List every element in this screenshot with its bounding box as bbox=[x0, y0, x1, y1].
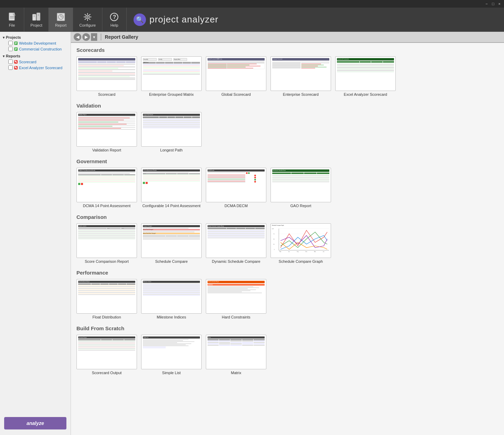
svg-text:50: 50 bbox=[273, 239, 275, 240]
title-bar: − □ × bbox=[0, 0, 504, 8]
close-button[interactable]: × bbox=[496, 2, 503, 6]
score-comparison-report-thumb: projects, projects project1 project2 bbox=[76, 223, 137, 258]
score-comparison-report-label: Score Comparison Report bbox=[85, 259, 129, 263]
enterprise-grouped-matrix-thumb: Group By: Sort By: Display Mode: CAM Nam… bbox=[141, 56, 202, 91]
schedule-compare-graph-thumb: Schedule Compare Graph bbox=[271, 223, 331, 258]
toolbar-configure[interactable]: Configure bbox=[73, 8, 102, 31]
toolbar-help-label: Help bbox=[110, 23, 118, 27]
project-commercial-checkbox[interactable] bbox=[8, 47, 13, 51]
project-website-link[interactable]: Website Development bbox=[19, 41, 56, 45]
float-distribution-label: Float Distribution bbox=[92, 315, 121, 319]
dcma-decm-label: DCMA DECM bbox=[224, 204, 248, 208]
scorecard-thumb bbox=[76, 56, 137, 91]
nav-prev-button[interactable]: ◀ bbox=[74, 33, 81, 41]
enterprise-grouped-matrix-label: Enterprise Grouped Matrix bbox=[149, 92, 194, 96]
svg-text:?: ? bbox=[113, 14, 116, 20]
section-scorecards-title: Scorecards bbox=[76, 47, 498, 53]
content-area: ◀ ▶ ▼ Report Gallery Scorecards bbox=[71, 32, 504, 435]
card-longest-path[interactable]: Longest Path Results bbox=[141, 112, 202, 152]
report-scorecard-link[interactable]: Scorecard bbox=[19, 60, 36, 64]
card-dcma-decm[interactable]: DCIM Results bbox=[206, 168, 266, 208]
dcma-14-point-label: DCMA 14 Point Assessment bbox=[83, 204, 131, 208]
projects-section: Projects P Website Development P Commerc… bbox=[1, 35, 69, 52]
simple-list-thumb: Simple List bbox=[141, 335, 202, 369]
card-scorecard-output[interactable]: Scorecard Output bbox=[76, 335, 137, 375]
report-excel-checkbox[interactable] bbox=[8, 65, 13, 70]
card-gao-report[interactable]: Benchmark: Schedule Score bbox=[271, 168, 331, 208]
analyze-button[interactable]: analyze bbox=[4, 417, 66, 429]
report-gallery: Scorecards bbox=[71, 43, 504, 435]
configurable-14-point-thumb: 14 Point Assessment Results Company bbox=[141, 168, 202, 202]
enterprise-scorecard-label: Enterprise Scorecard bbox=[283, 92, 319, 96]
card-float-distribution[interactable]: Float Distribution Report bbox=[76, 279, 137, 319]
section-validation: Validation Validation Report bbox=[76, 103, 498, 152]
card-simple-list[interactable]: Simple List bbox=[141, 335, 202, 375]
card-scorecard[interactable]: Scorecard bbox=[76, 56, 137, 96]
toolbar-report[interactable]: Report bbox=[49, 8, 73, 31]
svg-line-22 bbox=[85, 19, 86, 20]
card-dcma-14-point[interactable]: DCMA 14 Point Assessment Results bbox=[76, 168, 137, 208]
toolbar-help[interactable]: ? Help bbox=[102, 8, 127, 31]
government-grid: DCMA 14 Point Assessment Results bbox=[76, 168, 498, 208]
simple-list-label: Simple List bbox=[162, 371, 181, 375]
reports-title: Reports bbox=[1, 53, 69, 59]
nav-next-button[interactable]: ▶ bbox=[82, 33, 90, 41]
card-hard-constraints[interactable]: Hard Constraints Report WARNING bbox=[206, 279, 266, 319]
card-configurable-14-point[interactable]: 14 Point Assessment Results Company bbox=[141, 168, 202, 208]
gao-report-thumb: Benchmark: Schedule Score bbox=[271, 168, 331, 202]
section-performance-title: Performance bbox=[76, 270, 498, 276]
svg-text:Mar: Mar bbox=[314, 251, 316, 252]
toolbar-file[interactable]: File bbox=[0, 8, 24, 31]
toolbar-file-label: File bbox=[9, 23, 15, 27]
help-icon: ? bbox=[109, 12, 119, 22]
card-excel-analyzer-scorecard[interactable]: Commercial Construction bbox=[335, 56, 396, 96]
sidebar-report-scorecard[interactable]: ✎ Scorecard bbox=[1, 59, 69, 65]
validation-grid: Validation Report bbox=[76, 112, 498, 152]
build-from-scratch-grid: Scorecard Output bbox=[76, 335, 498, 375]
dynamic-schedule-compare-label: Dynamic Schedule Compare bbox=[212, 259, 260, 263]
milestone-indices-thumb: Milestone Indices bbox=[141, 279, 202, 314]
svg-text:Mar: Mar bbox=[280, 251, 281, 252]
sidebar-project-commercial[interactable]: P Commercial Construction bbox=[1, 46, 69, 52]
brand-icon: 🔍 bbox=[134, 13, 146, 26]
card-global-scorecard[interactable]: Global Scorecard: ADMIN view bbox=[206, 56, 266, 96]
card-milestone-indices[interactable]: Milestone Indices bbox=[141, 279, 202, 319]
report-scorecard-checkbox[interactable] bbox=[8, 59, 13, 64]
svg-line-19 bbox=[85, 14, 86, 15]
sidebar-project-website[interactable]: P Website Development bbox=[1, 40, 69, 46]
matrix-thumb: Matrix bbox=[206, 335, 266, 369]
excel-analyzer-scorecard-label: Excel Analyzer Scorecard bbox=[344, 92, 387, 96]
report-excel-link[interactable]: Excel Analyzer Scorecard bbox=[19, 66, 62, 70]
sidebar-report-excel[interactable]: ✎ Excel Analyzer Scorecard bbox=[1, 65, 69, 71]
project-website-checkbox[interactable] bbox=[8, 41, 13, 45]
card-enterprise-grouped-matrix[interactable]: Group By: Sort By: Display Mode: CAM Nam… bbox=[141, 56, 202, 96]
nav-title: Report Gallery bbox=[105, 34, 138, 40]
svg-rect-4 bbox=[37, 13, 40, 20]
nav-dropdown-button[interactable]: ▼ bbox=[91, 33, 97, 41]
report-scorecard-dot: ✎ bbox=[14, 60, 18, 64]
milestone-indices-label: Milestone Indices bbox=[157, 315, 186, 319]
card-dynamic-schedule-compare[interactable]: Multiple Schedule Compare Binary bbox=[206, 223, 266, 263]
card-schedule-compare[interactable]: Compare Changes Actual Total Changed Act… bbox=[141, 223, 202, 263]
card-score-comparison-report[interactable]: projects, projects project1 project2 bbox=[76, 223, 137, 263]
card-schedule-compare-graph[interactable]: Schedule Compare Graph bbox=[271, 223, 331, 263]
nav-separator bbox=[101, 34, 101, 40]
reports-section: Reports ✎ Scorecard ✎ Excel Analyzer Sco… bbox=[1, 53, 69, 71]
scorecard-label: Scorecard bbox=[98, 92, 115, 96]
maximize-button[interactable]: □ bbox=[490, 2, 496, 6]
card-matrix[interactable]: Matrix bbox=[206, 335, 266, 375]
scorecard-output-thumb: Scorecard Output bbox=[76, 335, 137, 369]
svg-text:Dec: Dec bbox=[305, 251, 308, 252]
card-validation-report[interactable]: Validation Report bbox=[76, 112, 137, 152]
minimize-button[interactable]: − bbox=[483, 2, 489, 6]
card-enterprise-scorecard[interactable]: Enterprise Scorecard bbox=[271, 56, 331, 96]
svg-line-20 bbox=[89, 19, 90, 20]
schedule-compare-label: Schedule Compare bbox=[155, 259, 187, 263]
project-website-dot: P bbox=[14, 41, 18, 45]
excel-analyzer-scorecard-thumb: Commercial Construction bbox=[335, 56, 396, 91]
section-build-from-scratch: Build From Scratch Scorecard Output bbox=[76, 325, 498, 375]
gao-report-label: GAO Report bbox=[290, 204, 311, 208]
toolbar-project[interactable]: Project bbox=[24, 8, 49, 31]
nav-bar: ◀ ▶ ▼ Report Gallery bbox=[71, 32, 504, 43]
project-commercial-link[interactable]: Commercial Construction bbox=[19, 47, 62, 51]
